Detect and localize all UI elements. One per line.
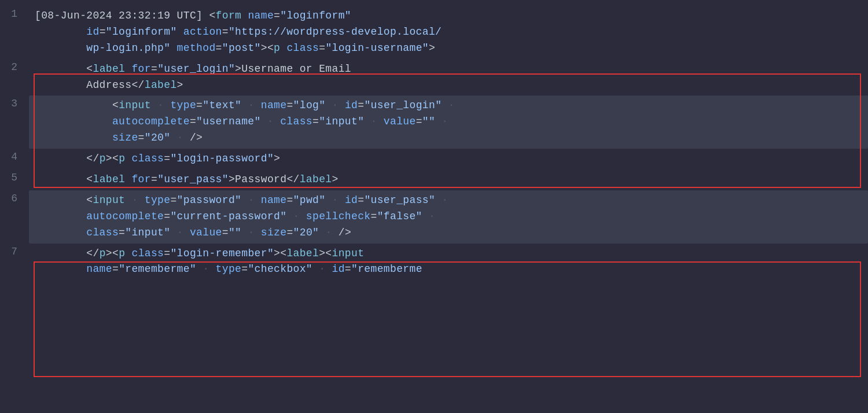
line-number-4: 4	[0, 149, 29, 163]
line-number-7: 7	[0, 244, 29, 257]
line-number-5: 5	[0, 169, 29, 183]
line-number-3: 3	[0, 95, 29, 109]
code-line-1: 1 [08-Jun-2024 23:32:19 UTC] <form name=…	[0, 6, 868, 59]
line-content-7: </p><p class="login-remember"><label><in…	[29, 244, 868, 281]
code-line-6: 6 <input · type="password" · name="pwd" …	[0, 190, 868, 244]
line-content-4: </p><p class="login-password">	[29, 149, 868, 169]
code-line-7: 7 </p><p class="login-remember"><label><…	[0, 244, 868, 281]
code-viewer: 1 [08-Jun-2024 23:32:19 UTC] <form name=…	[0, 0, 868, 413]
code-line-5: 5 <label for="user_pass">Password</label…	[0, 169, 868, 190]
line-content-2: <label for="user_login">Username or Emai…	[29, 59, 868, 96]
code-line-4: 4 </p><p class="login-password">	[0, 149, 868, 169]
line-number-1: 1	[0, 6, 29, 20]
line-content-3: <input · type="text" · name="log" · id="…	[29, 95, 868, 149]
line-number-6: 6	[0, 190, 29, 204]
code-line-2: 2 <label for="user_login">Username or Em…	[0, 59, 868, 96]
line-content-5: <label for="user_pass">Password</label>	[29, 169, 868, 190]
line-content-6: <input · type="password" · name="pwd" · …	[29, 190, 868, 244]
line-content-1: [08-Jun-2024 23:32:19 UTC] <form name="l…	[29, 6, 868, 59]
line-number-2: 2	[0, 59, 29, 73]
code-line-3: 3 <input · type="text" · name="log" · id…	[0, 95, 868, 149]
